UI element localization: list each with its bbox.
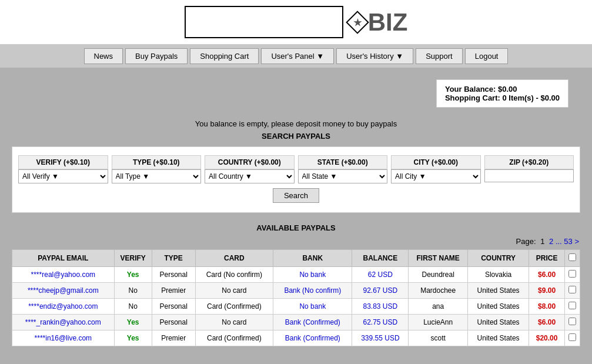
cell-checkbox [565, 267, 580, 283]
nav-support[interactable]: Support [416, 48, 463, 64]
zip-input[interactable] [484, 169, 574, 182]
pagination: Page: 1 2 ... 53 > [12, 237, 580, 246]
cell-email: ****endiz@yahoo.com [12, 299, 115, 315]
cell-checkbox [565, 299, 580, 315]
email-link[interactable]: ****real@yahoo.com [31, 271, 96, 279]
table-row: ****cheejp@gmail.com No Premier No card … [12, 283, 580, 299]
th-type: TYPE [152, 250, 195, 267]
cell-type: Premier [152, 283, 195, 299]
cell-type: Premier [152, 330, 195, 346]
star-icon: ★ [346, 11, 369, 34]
table-row: ****_rankin@yahoo.com Yes Personal No ca… [12, 315, 580, 330]
row-checkbox[interactable] [568, 302, 576, 309]
cell-price: $9.00 [529, 283, 565, 299]
row-checkbox[interactable] [568, 286, 576, 293]
nav-news[interactable]: News [84, 48, 123, 64]
cell-verify: Yes [114, 330, 152, 346]
cell-type: Personal [152, 267, 195, 283]
nav-shopping-cart[interactable]: Shopping Cart [190, 48, 259, 64]
cell-checkbox [565, 315, 580, 330]
cell-card: No card [195, 315, 273, 330]
cell-bank: Bank (No confirm) [273, 283, 352, 299]
filter-type: TYPE (+$0.10) All Type ▼ [112, 155, 202, 183]
cell-balance: 62.75 USD [352, 315, 409, 330]
search-btn-row: Search [18, 188, 574, 203]
cell-email: ****_rankin@yahoo.com [12, 315, 115, 330]
select-all-checkbox[interactable] [568, 253, 576, 261]
cell-bank: No bank [273, 267, 352, 283]
biz-label: BIZ [368, 8, 408, 36]
th-card: CARD [195, 250, 273, 267]
page-current: 1 [540, 237, 544, 246]
cell-checkbox [565, 330, 580, 346]
email-link[interactable]: ****endiz@yahoo.com [28, 302, 98, 310]
th-firstname: FIRST NAME [409, 250, 468, 267]
cell-card: Card (No confirm) [195, 267, 273, 283]
cell-balance: 62 USD [352, 267, 409, 283]
cell-card: Card (Confirmed) [195, 330, 273, 346]
table-row: ****in16@live.com Yes Premier Card (Conf… [12, 330, 580, 346]
cell-price: $20.00 [529, 330, 565, 346]
logo-biz: ★ BIZ [349, 8, 408, 36]
filter-zip-label: ZIP (+$0.20) [484, 155, 574, 169]
nav-buy-paypals[interactable]: Buy Paypals [125, 48, 188, 64]
cell-firstname: ana [409, 299, 468, 315]
search-panel: VERIFY (+$0.10) All Verify ▼ TYPE (+$0.1… [12, 146, 580, 213]
nav-users-panel[interactable]: User's Panel ▼ [261, 48, 334, 64]
cell-bank: No bank [273, 299, 352, 315]
row-checkbox[interactable] [568, 333, 576, 341]
notice-text: You balance is empty, please deposit mon… [12, 119, 580, 128]
country-select[interactable]: All Country ▼ [205, 169, 295, 183]
th-balance: BALANCE [352, 250, 409, 267]
email-link[interactable]: ****_rankin@yahoo.com [25, 318, 101, 326]
filter-country-label: COUNTRY (+$0.00) [205, 155, 295, 169]
table-row: ****real@yahoo.com Yes Personal Card (No… [12, 267, 580, 283]
navigation: News Buy Paypals Shopping Cart User's Pa… [0, 45, 592, 68]
cell-verify: No [114, 283, 152, 299]
type-select[interactable]: All Type ▼ [112, 169, 202, 183]
cell-email: ****cheejp@gmail.com [12, 283, 115, 299]
balance-line1: Your Balance: $0.00 [445, 85, 560, 93]
email-link[interactable]: ****in16@live.com [35, 334, 92, 342]
th-bank: BANK [273, 250, 352, 267]
filter-type-label: TYPE (+$0.10) [112, 155, 202, 169]
filter-city-label: CITY (+$0.00) [391, 155, 481, 169]
cell-verify: No [114, 299, 152, 315]
cell-type: Personal [152, 299, 195, 315]
state-select[interactable]: All State ▼ [298, 169, 388, 183]
th-price: PRICE [529, 250, 565, 267]
header: ★ BIZ [0, 0, 592, 45]
paypal-table: PAYPAL EMAIL VERIFY TYPE CARD BANK BALAN… [12, 249, 580, 346]
th-checkbox [565, 250, 580, 267]
main-content: You balance is empty, please deposit mon… [0, 108, 592, 352]
cell-checkbox [565, 283, 580, 299]
logo-input-box[interactable] [185, 6, 343, 38]
cell-firstname: Mardochee [409, 283, 468, 299]
verify-select[interactable]: All Verify ▼ [18, 169, 108, 183]
page-label: Page: [516, 237, 536, 246]
page-next[interactable]: 2 ... 53 > [549, 237, 579, 246]
filter-city: CITY (+$0.00) All City ▼ [391, 155, 481, 183]
nav-logout[interactable]: Logout [465, 48, 509, 64]
city-select[interactable]: All City ▼ [391, 169, 481, 183]
cell-firstname: scott [409, 330, 468, 346]
cell-balance: 339.55 USD [352, 330, 409, 346]
search-button[interactable]: Search [273, 188, 319, 203]
email-link[interactable]: ****cheejp@gmail.com [28, 286, 99, 295]
cell-email: ****real@yahoo.com [12, 267, 115, 283]
available-title: AVAILABLE PAYPALS [12, 223, 580, 232]
cell-bank: Bank (Confirmed) [273, 315, 352, 330]
cell-price: $6.00 [529, 267, 565, 283]
cell-firstname: Deundreal [409, 267, 468, 283]
table-header-row: PAYPAL EMAIL VERIFY TYPE CARD BANK BALAN… [12, 250, 580, 267]
cell-price: $6.00 [529, 315, 565, 330]
search-title: SEARCH PAYPALS [12, 132, 580, 141]
cell-verify: Yes [114, 267, 152, 283]
row-checkbox[interactable] [568, 318, 576, 325]
cell-balance: 92.67 USD [352, 283, 409, 299]
cell-type: Personal [152, 315, 195, 330]
cell-verify: Yes [114, 315, 152, 330]
row-checkbox[interactable] [568, 270, 576, 278]
table-row: ****endiz@yahoo.com No Personal Card (Co… [12, 299, 580, 315]
nav-users-history[interactable]: User's History ▼ [336, 48, 413, 64]
